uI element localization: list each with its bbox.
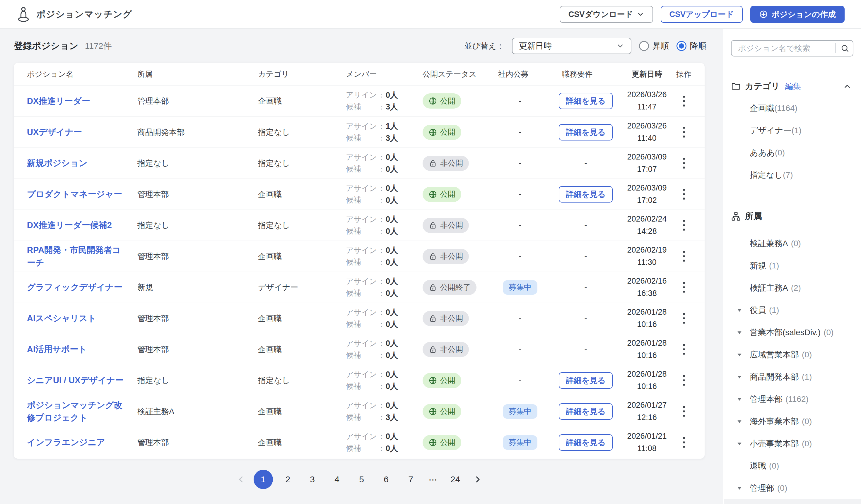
category-collapse-button[interactable] [841,80,853,93]
department-item[interactable]: 検証兼務A(0) [731,233,853,255]
member-cell: アサイン：0人 候補：0人 [346,368,423,392]
updated-at-cell: 2026/01/28 10:16 [618,368,676,393]
category-item[interactable]: 企画職(1164) [731,97,853,120]
category-item[interactable]: 指定なし(7) [731,164,853,186]
category-section-title: カテゴリ [745,81,780,92]
expand-triangle-icon[interactable] [736,374,750,380]
expand-triangle-icon[interactable] [736,485,750,491]
kebab-menu-button[interactable] [680,372,688,389]
create-position-button[interactable]: ポジションの作成 [750,6,845,23]
sort-desc-radio[interactable]: 降順 [676,40,706,52]
app-logo-icon [16,6,30,22]
page-button-3[interactable]: 3 [303,470,322,489]
page-button-24[interactable]: 24 [446,470,465,489]
position-name-link[interactable]: DX推進リーダー [27,95,137,107]
position-name-link[interactable]: AIスペシャリスト [27,312,137,324]
csv-upload-button[interactable]: CSVアップロード [661,6,743,23]
kebab-menu-button[interactable] [680,154,688,172]
kebab-menu-button[interactable] [680,403,688,420]
actions-cell [676,247,692,265]
page-button-1[interactable]: 1 [254,470,273,489]
view-details-button[interactable]: 詳細を見る [559,372,613,389]
position-name-link[interactable]: RPA開発・市民開発者コーチ [27,244,137,268]
page-button-4[interactable]: 4 [327,470,347,489]
department-item[interactable]: 管理本部(1162) [731,388,853,410]
position-name-link[interactable]: AI活用サポート [27,343,137,355]
pagination: 1234567⋯24 [14,470,705,489]
category-item[interactable]: あああ(0) [731,142,853,164]
category-item[interactable]: デザイナー(1) [731,120,853,142]
department-item[interactable]: 営業本部(salesDiv.)(0) [731,321,853,344]
recruiting-cell: - [498,159,542,168]
search-button[interactable] [837,44,853,53]
recruiting-cell: - [498,314,542,323]
page-button-6[interactable]: 6 [377,470,396,489]
kebab-menu-button[interactable] [680,340,688,358]
expand-triangle-icon[interactable] [736,307,750,313]
expand-triangle-icon[interactable] [736,351,750,358]
kebab-menu-button[interactable] [680,309,688,327]
position-name-link[interactable]: グラフィックデザイナー [27,281,137,293]
csv-download-button[interactable]: CSVダウンロード [560,6,653,23]
department-item[interactable]: 海外事業本部(0) [731,410,853,433]
expand-triangle-icon[interactable] [736,440,750,447]
department-item[interactable]: 新規(1) [731,255,853,277]
view-details-button[interactable]: 詳細を見る [559,124,613,140]
recruiting-badge: 募集中 [503,280,537,295]
category-edit-link[interactable]: 編集 [785,81,801,92]
view-details-button[interactable]: 詳細を見る [559,93,613,109]
page-button-5[interactable]: 5 [352,470,371,489]
updated-time: 11:47 [618,101,676,113]
kebab-menu-button[interactable] [680,123,688,141]
updated-date: 2026/01/28 [618,337,676,349]
expand-triangle-icon[interactable] [736,418,750,425]
sort-select[interactable]: 更新日時 [512,38,631,54]
prev-page-button[interactable] [234,472,248,487]
kebab-menu-button[interactable] [680,92,688,110]
column-header-department: 所属 [137,69,258,79]
updated-time: 14:28 [618,225,676,238]
expand-triangle-icon[interactable] [736,329,750,336]
page-button-2[interactable]: 2 [278,470,298,489]
kebab-menu-button[interactable] [680,216,688,234]
page-button-7[interactable]: 7 [401,470,421,489]
department-item[interactable]: 退職(0) [731,455,853,477]
position-name-link[interactable]: シニアUI / UXデザイナー [27,374,137,386]
lock-icon [428,345,437,354]
sidebar-scrollbar-track[interactable] [724,499,861,504]
candidate-count: 0人 [386,319,398,331]
expand-triangle-icon[interactable] [736,396,750,403]
recruiting-empty: - [519,159,522,168]
kebab-menu-button[interactable] [680,278,688,296]
sort-asc-radio[interactable]: 昇順 [639,40,669,52]
requirements-cell: 詳細を見る [562,186,610,202]
next-page-button[interactable] [470,472,485,487]
status-cell: 非公開 [423,311,498,326]
kebab-menu-button[interactable] [680,185,688,203]
position-name-link[interactable]: プロダクトマネージャー [27,188,137,200]
status-badge: 公開終了 [423,280,477,295]
department-cell: 管理本部 [137,189,258,200]
view-details-button[interactable]: 詳細を見る [559,403,613,420]
position-name-link[interactable]: インフラエンジニア [27,436,137,448]
department-item[interactable]: 役員(1) [731,299,853,321]
position-name-link[interactable]: 新規ポジション [27,157,137,169]
category-cell: 指定なし [258,158,346,169]
position-name-link[interactable]: DX推進リーダー候補2 [27,219,137,231]
position-name-link[interactable]: ポジションマッチング改修プロジェクト [27,399,137,423]
department-item[interactable]: 小売事業本部(0) [731,433,853,455]
view-details-button[interactable]: 詳細を見る [559,186,613,202]
search-input[interactable] [737,44,833,53]
department-item[interactable]: 商品開発本部(1) [731,366,853,388]
department-item[interactable]: 検証主務A(2) [731,277,853,299]
kebab-menu-button[interactable] [680,433,688,451]
position-name-link[interactable]: UXデザイナー [27,126,137,138]
filter-sidebar: カテゴリ 編集 企画職(1164)デザイナー(1)あああ(0)指定なし(7) 所… [723,29,861,504]
kebab-menu-button[interactable] [680,247,688,265]
view-details-button[interactable]: 詳細を見る [559,434,613,451]
department-item[interactable]: 広域営業本部(0) [731,344,853,366]
department-cell: 管理本部 [137,344,258,355]
category-cell: 指定なし [258,127,346,138]
department-item[interactable]: 管理部(0) [731,477,853,499]
sort-controls: 並び替え： 更新日時 昇順 降順 [464,38,706,54]
